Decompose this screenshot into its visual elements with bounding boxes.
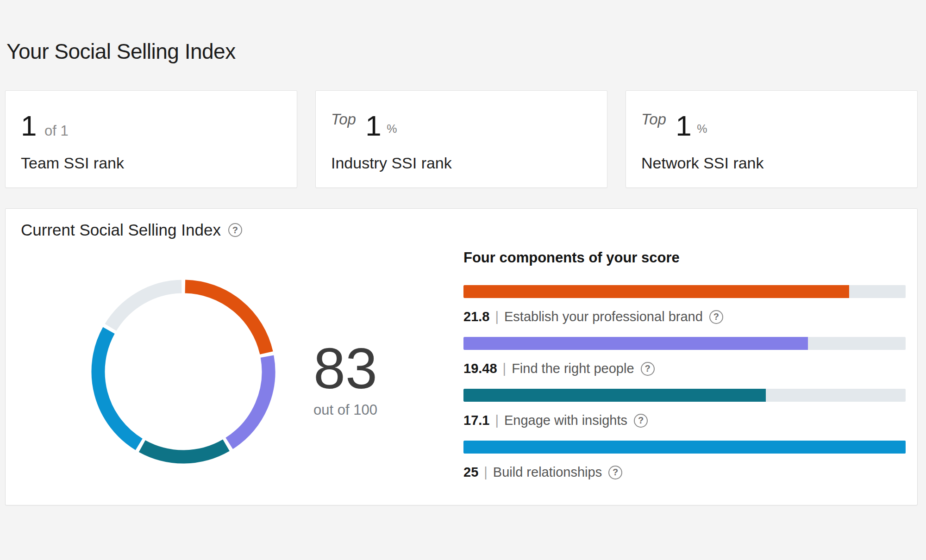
rank-number: 1 [365, 110, 381, 142]
separator: | [503, 361, 507, 376]
component-name: Build relationships [493, 465, 602, 480]
separator: | [495, 309, 499, 324]
rank-value: 1 of 1 [21, 112, 297, 140]
page-title: Your Social Selling Index [6, 39, 236, 64]
components-heading: Four components of your score [463, 249, 680, 266]
component-name: Find the right people [512, 361, 634, 376]
score-block: 83 out of 100 [288, 340, 403, 418]
donut-segment [185, 286, 267, 353]
rank-card-label: Team SSI rank [21, 154, 297, 172]
component-name: Engage with insights [504, 413, 627, 428]
component-bar-track [463, 441, 906, 454]
component-bar-fill [463, 337, 808, 350]
help-icon[interactable]: ? [641, 362, 655, 376]
component-bar-fill [463, 389, 766, 402]
donut-segment [98, 330, 139, 444]
help-icon[interactable]: ? [634, 414, 648, 428]
component-bar-track [463, 389, 906, 402]
components-bars: 21.8 | Establish your professional brand… [463, 285, 906, 492]
rank-number: 1 [676, 110, 691, 142]
rank-value: Top 1 % [331, 112, 607, 140]
network-ssi-rank-card: Top 1 % Network SSI rank [626, 90, 918, 188]
rank-card-label: Network SSI rank [641, 154, 917, 172]
component-label: 17.1 | Engage with insights ? [463, 412, 906, 429]
rank-suffix: of 1 [44, 123, 69, 139]
rank-prefix: Top [331, 111, 356, 128]
industry-ssi-rank-card: Top 1 % Industry SSI rank [315, 90, 607, 188]
component-name: Establish your professional brand [504, 309, 703, 324]
component-bar-fill [463, 441, 906, 454]
ssi-score-caption: out of 100 [288, 402, 403, 418]
component-score: 21.8 [463, 309, 489, 324]
donut-segment [111, 286, 181, 327]
component-row-people: 19.48 | Find the right people ? [463, 337, 906, 377]
ssi-score-value: 83 [288, 340, 403, 397]
team-ssi-rank-card: 1 of 1 Team SSI rank [5, 90, 297, 188]
component-bar-fill [463, 285, 849, 298]
rank-card-label: Industry SSI rank [331, 154, 607, 172]
help-icon[interactable]: ? [608, 466, 622, 479]
component-row-insights: 17.1 | Engage with insights ? [463, 389, 906, 429]
rank-suffix: % [697, 122, 707, 135]
donut-segment [229, 356, 269, 443]
component-label: 25 | Build relationships ? [463, 464, 906, 480]
help-icon[interactable]: ? [709, 310, 723, 324]
component-label: 19.48 | Find the right people ? [463, 361, 906, 377]
donut-segment [142, 445, 226, 457]
current-ssi-panel: Current Social Selling Index ? 83 out of… [5, 208, 918, 505]
help-icon[interactable]: ? [228, 223, 242, 237]
component-bar-track [463, 285, 906, 298]
component-label: 21.8 | Establish your professional brand… [463, 309, 906, 325]
component-row-relationships: 25 | Build relationships ? [463, 441, 906, 480]
panel-title-text: Current Social Selling Index [21, 221, 221, 239]
panel-title: Current Social Selling Index ? [21, 221, 242, 239]
separator: | [484, 465, 488, 480]
ssi-donut-chart [91, 279, 276, 464]
rank-suffix: % [387, 122, 397, 135]
component-score: 25 [463, 465, 478, 480]
rank-cards-row: 1 of 1 Team SSI rank Top 1 % Industry SS… [5, 90, 918, 188]
separator: | [495, 413, 499, 428]
component-score: 17.1 [463, 413, 489, 428]
component-row-brand: 21.8 | Establish your professional brand… [463, 285, 906, 325]
component-score: 19.48 [463, 361, 497, 376]
rank-value: Top 1 % [641, 112, 917, 140]
donut-svg [91, 279, 276, 464]
rank-number: 1 [21, 110, 37, 142]
component-bar-track [463, 337, 906, 350]
rank-prefix: Top [641, 111, 666, 128]
